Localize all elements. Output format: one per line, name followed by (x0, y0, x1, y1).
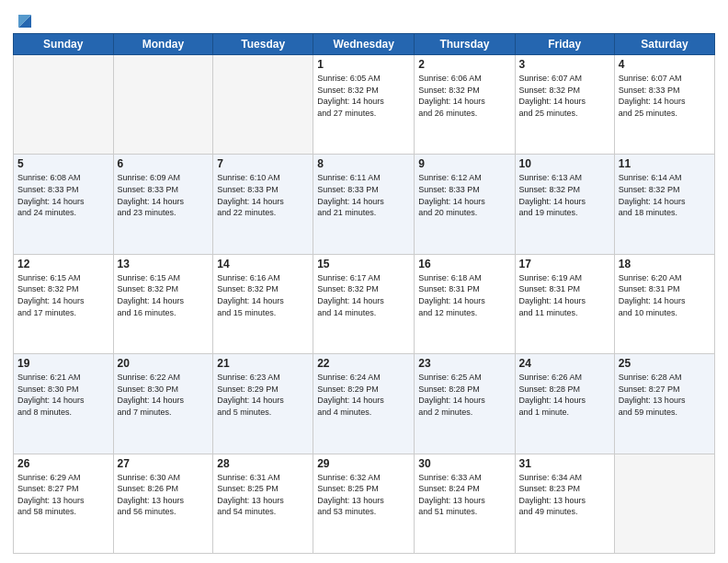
calendar-cell (113, 55, 213, 155)
day-number: 24 (519, 357, 610, 370)
calendar-cell: 18Sunrise: 6:20 AM Sunset: 8:31 PM Dayli… (614, 254, 714, 353)
calendar-cell: 14Sunrise: 6:16 AM Sunset: 8:32 PM Dayli… (213, 254, 313, 353)
calendar-cell: 25Sunrise: 6:28 AM Sunset: 8:27 PM Dayli… (614, 354, 714, 454)
day-info: Sunrise: 6:18 AM Sunset: 8:31 PM Dayligh… (418, 272, 510, 318)
day-info: Sunrise: 6:22 AM Sunset: 8:30 PM Dayligh… (118, 372, 210, 418)
day-info: Sunrise: 6:08 AM Sunset: 8:33 PM Dayligh… (17, 172, 109, 218)
calendar-cell: 6Sunrise: 6:09 AM Sunset: 8:33 PM Daylig… (113, 155, 213, 254)
calendar-week-row: 1Sunrise: 6:05 AM Sunset: 8:32 PM Daylig… (14, 55, 715, 155)
weekday-header-row: SundayMondayTuesdayWednesdayThursdayFrid… (14, 34, 715, 55)
day-info: Sunrise: 6:17 AM Sunset: 8:32 PM Dayligh… (317, 272, 410, 318)
day-info: Sunrise: 6:33 AM Sunset: 8:24 PM Dayligh… (418, 472, 510, 518)
calendar-cell: 30Sunrise: 6:33 AM Sunset: 8:24 PM Dayli… (415, 454, 515, 553)
calendar-cell: 2Sunrise: 6:06 AM Sunset: 8:32 PM Daylig… (415, 55, 515, 155)
day-info: Sunrise: 6:10 AM Sunset: 8:33 PM Dayligh… (217, 172, 309, 218)
day-info: Sunrise: 6:25 AM Sunset: 8:28 PM Dayligh… (418, 372, 510, 418)
day-info: Sunrise: 6:12 AM Sunset: 8:33 PM Dayligh… (418, 172, 510, 218)
calendar-cell: 28Sunrise: 6:31 AM Sunset: 8:25 PM Dayli… (213, 454, 313, 553)
calendar-cell: 11Sunrise: 6:14 AM Sunset: 8:32 PM Dayli… (614, 155, 714, 254)
day-number: 25 (619, 357, 711, 370)
day-number: 23 (418, 357, 510, 370)
day-number: 30 (418, 457, 510, 470)
calendar-cell: 3Sunrise: 6:07 AM Sunset: 8:32 PM Daylig… (515, 55, 614, 155)
calendar-cell (213, 55, 313, 155)
day-number: 12 (17, 258, 109, 270)
calendar-cell: 15Sunrise: 6:17 AM Sunset: 8:32 PM Dayli… (313, 254, 415, 353)
calendar-cell (14, 55, 114, 155)
day-number: 28 (217, 457, 309, 470)
calendar-cell: 1Sunrise: 6:05 AM Sunset: 8:32 PM Daylig… (313, 55, 415, 155)
calendar-cell: 9Sunrise: 6:12 AM Sunset: 8:33 PM Daylig… (415, 155, 515, 254)
weekday-header-sunday: Sunday (14, 34, 114, 55)
day-number: 13 (118, 258, 210, 270)
weekday-header-monday: Monday (113, 34, 213, 55)
day-number: 6 (118, 157, 210, 170)
header: General Blue (13, 9, 715, 28)
day-number: 31 (519, 457, 610, 470)
calendar-cell: 13Sunrise: 6:15 AM Sunset: 8:32 PM Dayli… (113, 254, 213, 353)
day-info: Sunrise: 6:06 AM Sunset: 8:32 PM Dayligh… (418, 73, 510, 119)
calendar-cell: 31Sunrise: 6:34 AM Sunset: 8:23 PM Dayli… (515, 454, 614, 553)
calendar-cell: 24Sunrise: 6:26 AM Sunset: 8:28 PM Dayli… (515, 354, 614, 454)
day-info: Sunrise: 6:19 AM Sunset: 8:31 PM Dayligh… (519, 272, 610, 318)
day-info: Sunrise: 6:07 AM Sunset: 8:32 PM Dayligh… (519, 73, 610, 119)
day-number: 11 (619, 157, 711, 170)
day-info: Sunrise: 6:24 AM Sunset: 8:29 PM Dayligh… (317, 372, 410, 418)
day-number: 22 (317, 357, 410, 370)
calendar-cell: 20Sunrise: 6:22 AM Sunset: 8:30 PM Dayli… (113, 354, 213, 454)
day-number: 21 (217, 357, 309, 370)
day-number: 29 (317, 457, 410, 470)
day-number: 5 (17, 157, 109, 170)
day-info: Sunrise: 6:30 AM Sunset: 8:26 PM Dayligh… (118, 472, 210, 518)
day-number: 16 (418, 258, 510, 270)
day-number: 19 (17, 357, 109, 370)
calendar-cell: 17Sunrise: 6:19 AM Sunset: 8:31 PM Dayli… (515, 254, 614, 353)
calendar-cell: 22Sunrise: 6:24 AM Sunset: 8:29 PM Dayli… (313, 354, 415, 454)
calendar-cell: 12Sunrise: 6:15 AM Sunset: 8:32 PM Dayli… (14, 254, 114, 353)
calendar-cell: 29Sunrise: 6:32 AM Sunset: 8:25 PM Dayli… (313, 454, 415, 553)
day-number: 20 (118, 357, 210, 370)
logo-container (13, 9, 35, 28)
day-info: Sunrise: 6:09 AM Sunset: 8:33 PM Dayligh… (118, 172, 210, 218)
calendar-cell: 23Sunrise: 6:25 AM Sunset: 8:28 PM Dayli… (415, 354, 515, 454)
day-info: Sunrise: 6:16 AM Sunset: 8:32 PM Dayligh… (217, 272, 309, 318)
day-number: 26 (17, 457, 109, 470)
day-info: Sunrise: 6:29 AM Sunset: 8:27 PM Dayligh… (17, 472, 109, 518)
day-number: 2 (418, 58, 510, 71)
day-info: Sunrise: 6:14 AM Sunset: 8:32 PM Dayligh… (619, 172, 711, 218)
calendar-table: SundayMondayTuesdayWednesdayThursdayFrid… (13, 33, 715, 554)
day-number: 14 (217, 258, 309, 270)
day-number: 4 (619, 58, 711, 71)
day-info: Sunrise: 6:23 AM Sunset: 8:29 PM Dayligh… (217, 372, 309, 418)
calendar-cell (614, 454, 714, 553)
day-number: 27 (118, 457, 210, 470)
weekday-header-friday: Friday (515, 34, 614, 55)
day-number: 18 (619, 258, 711, 270)
calendar-cell: 19Sunrise: 6:21 AM Sunset: 8:30 PM Dayli… (14, 354, 114, 454)
day-info: Sunrise: 6:13 AM Sunset: 8:32 PM Dayligh… (519, 172, 610, 218)
weekday-header-thursday: Thursday (415, 34, 515, 55)
weekday-header-wednesday: Wednesday (313, 34, 415, 55)
calendar-week-row: 19Sunrise: 6:21 AM Sunset: 8:30 PM Dayli… (14, 354, 715, 454)
calendar-cell: 4Sunrise: 6:07 AM Sunset: 8:33 PM Daylig… (614, 55, 714, 155)
calendar-cell: 10Sunrise: 6:13 AM Sunset: 8:32 PM Dayli… (515, 155, 614, 254)
day-info: Sunrise: 6:21 AM Sunset: 8:30 PM Dayligh… (17, 372, 109, 418)
day-info: Sunrise: 6:11 AM Sunset: 8:33 PM Dayligh… (317, 172, 410, 218)
calendar-cell: 27Sunrise: 6:30 AM Sunset: 8:26 PM Dayli… (113, 454, 213, 553)
calendar-cell: 21Sunrise: 6:23 AM Sunset: 8:29 PM Dayli… (213, 354, 313, 454)
day-info: Sunrise: 6:07 AM Sunset: 8:33 PM Dayligh… (619, 73, 711, 119)
weekday-header-saturday: Saturday (614, 34, 714, 55)
calendar-week-row: 26Sunrise: 6:29 AM Sunset: 8:27 PM Dayli… (14, 454, 715, 553)
day-number: 7 (217, 157, 309, 170)
day-info: Sunrise: 6:15 AM Sunset: 8:32 PM Dayligh… (17, 272, 109, 318)
day-number: 3 (519, 58, 610, 71)
calendar-cell: 26Sunrise: 6:29 AM Sunset: 8:27 PM Dayli… (14, 454, 114, 553)
calendar-cell: 8Sunrise: 6:11 AM Sunset: 8:33 PM Daylig… (313, 155, 415, 254)
day-info: Sunrise: 6:05 AM Sunset: 8:32 PM Dayligh… (317, 73, 410, 119)
day-info: Sunrise: 6:28 AM Sunset: 8:27 PM Dayligh… (619, 372, 711, 418)
day-number: 9 (418, 157, 510, 170)
day-info: Sunrise: 6:32 AM Sunset: 8:25 PM Dayligh… (317, 472, 410, 518)
day-info: Sunrise: 6:26 AM Sunset: 8:28 PM Dayligh… (519, 372, 610, 418)
calendar-cell: 5Sunrise: 6:08 AM Sunset: 8:33 PM Daylig… (14, 155, 114, 254)
calendar-week-row: 5Sunrise: 6:08 AM Sunset: 8:33 PM Daylig… (14, 155, 715, 254)
